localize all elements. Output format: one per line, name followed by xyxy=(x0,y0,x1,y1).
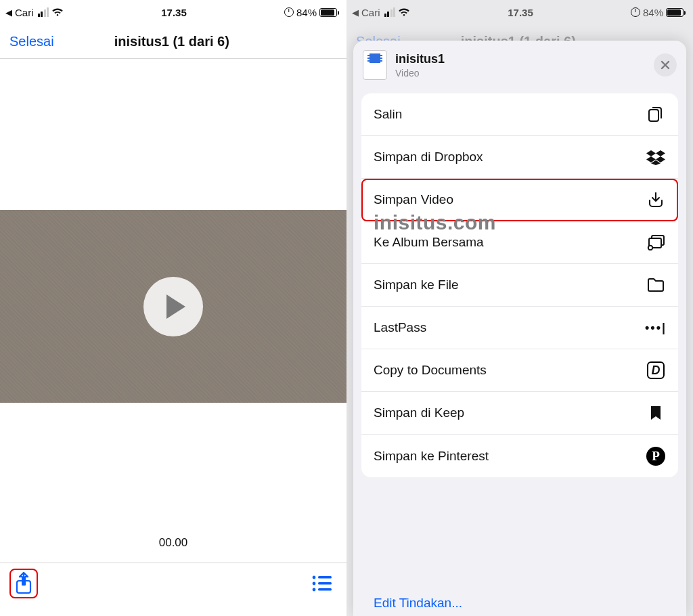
bottom-toolbar xyxy=(0,563,346,616)
alarm-icon xyxy=(284,7,294,17)
documents-icon: D xyxy=(646,361,666,379)
action-copy-documents[interactable]: Copy to Documents D xyxy=(361,349,678,392)
status-bar: ▶ Cari 17.35 84% xyxy=(0,0,346,24)
back-app-label[interactable]: Cari xyxy=(361,7,380,18)
file-thumbnail xyxy=(363,50,387,80)
wifi-icon xyxy=(51,7,64,17)
share-button[interactable] xyxy=(14,571,34,596)
svg-rect-6 xyxy=(318,588,332,591)
lastpass-icon: •••| xyxy=(646,321,666,335)
bookmark-icon xyxy=(646,405,666,421)
file-type: Video xyxy=(395,68,654,79)
timecode-label: 00.00 xyxy=(0,536,346,550)
folder-icon xyxy=(646,278,666,292)
action-label: Ke Album Bersama xyxy=(374,235,484,250)
action-dropbox[interactable]: Simpan di Dropbox xyxy=(361,136,678,179)
copy-icon xyxy=(646,106,666,123)
action-pinterest[interactable]: Simpan ke Pinterest P xyxy=(361,435,678,477)
battery-icon xyxy=(666,8,684,17)
svg-rect-4 xyxy=(318,576,332,579)
action-simpan-video[interactable]: Simpan Video xyxy=(361,179,678,221)
status-bar: ▶ Cari 17.35 84% xyxy=(346,0,693,24)
share-sheet: inisitus1 Video inisitus.com Salin Simpa… xyxy=(353,41,686,616)
action-label: Simpan di Dropbox xyxy=(374,150,483,164)
battery-pct: 84% xyxy=(643,7,663,18)
action-simpan-file[interactable]: Simpan ke File xyxy=(361,264,678,307)
svg-point-2 xyxy=(313,582,316,586)
action-label: Simpan Video xyxy=(374,192,453,207)
back-caret-icon: ▶ xyxy=(352,7,359,18)
signal-icon xyxy=(38,7,49,17)
share-button-highlight xyxy=(9,569,38,598)
action-label: Simpan ke Pinterest xyxy=(374,449,489,464)
divider xyxy=(0,58,346,59)
back-caret-icon: ▶ xyxy=(5,7,12,18)
play-icon xyxy=(166,294,185,319)
action-label: Simpan ke File xyxy=(374,278,459,292)
action-label: Simpan di Keep xyxy=(374,405,464,420)
svg-point-3 xyxy=(313,588,316,592)
nav-bar: Selesai inisitus1 (1 dari 6) xyxy=(0,24,346,58)
status-time: 17.35 xyxy=(508,7,533,18)
shared-album-icon xyxy=(646,234,666,250)
svg-rect-7 xyxy=(649,110,658,121)
close-icon xyxy=(661,60,670,70)
battery-icon xyxy=(319,8,337,17)
action-salin[interactable]: Salin xyxy=(361,93,678,136)
action-keep[interactable]: Simpan di Keep xyxy=(361,392,678,435)
action-label: Salin xyxy=(374,107,402,122)
file-name: inisitus1 xyxy=(395,52,654,66)
screen-video-preview: ▶ Cari 17.35 84% Selesai inisitus1 (1 da… xyxy=(0,0,346,616)
page-title: inisitus1 (1 dari 6) xyxy=(54,34,337,49)
action-label: Copy to Documents xyxy=(374,363,487,378)
status-time: 17.35 xyxy=(161,7,187,18)
done-button[interactable]: Selesai xyxy=(9,34,54,49)
download-icon xyxy=(646,191,666,208)
video-preview[interactable] xyxy=(0,210,346,403)
action-album-bersama[interactable]: Ke Album Bersama xyxy=(361,221,678,264)
action-lastpass[interactable]: LastPass •••| xyxy=(361,307,678,349)
svg-point-10 xyxy=(648,246,652,250)
play-button[interactable] xyxy=(143,277,203,336)
back-app-label[interactable]: Cari xyxy=(15,7,34,18)
battery-pct: 84% xyxy=(296,7,317,18)
screen-share-sheet: ▶ Cari 17.35 84% Selesai inisitus1 (1 da… xyxy=(346,0,693,616)
pinterest-icon: P xyxy=(646,447,666,466)
svg-point-1 xyxy=(313,576,316,579)
dropbox-icon xyxy=(646,149,666,165)
share-sheet-header: inisitus1 Video xyxy=(353,41,686,89)
alarm-icon xyxy=(631,7,640,17)
action-label: LastPass xyxy=(374,320,426,335)
wifi-icon xyxy=(398,7,410,17)
list-button[interactable] xyxy=(311,575,333,592)
signal-icon xyxy=(384,7,396,17)
svg-rect-5 xyxy=(318,582,332,585)
action-list: Salin Simpan di Dropbox Simpan Video xyxy=(361,93,678,477)
edit-actions-link[interactable]: Edit Tindakan... xyxy=(374,596,462,611)
close-button[interactable] xyxy=(654,53,677,76)
